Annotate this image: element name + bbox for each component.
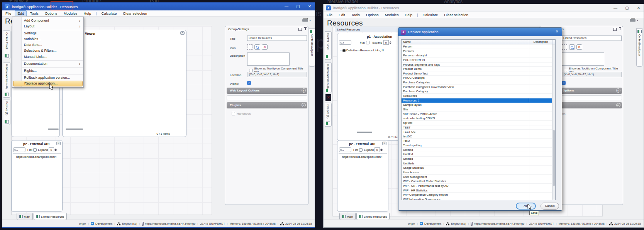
right-titlebar[interactable]: ∧ inorigo® Application Builder - Resourc… — [324, 4, 644, 12]
visible-checkbox[interactable]: ✓ — [562, 81, 566, 85]
flat-checkbox[interactable] — [33, 148, 37, 152]
application-row-purchase-categories[interactable]: Purchase Categories — [402, 80, 552, 85]
menu-item-tools[interactable]: Tools — [27, 10, 41, 16]
sidebar-tab-hidden-members-0[interactable]: Hidden members (0) — [325, 62, 332, 93]
application-row-sort-order-testing-cg-kg[interactable]: sort order testing CG/KG — [402, 116, 552, 121]
maximize-button[interactable]: ▢ — [295, 4, 301, 9]
restore-panel-icon[interactable] — [614, 28, 617, 30]
close-button[interactable]: ✕ — [307, 4, 312, 9]
menu-item-calculate[interactable]: Calculate — [420, 12, 441, 18]
bottom-tab-main[interactable]: Main — [17, 213, 33, 220]
search-input[interactable]: ▾ — [339, 40, 351, 45]
application-row-wip-consultant-radar-statistics[interactable]: WIP - Consultant Radar Statistics — [402, 179, 552, 184]
application-row-product-demo-test[interactable]: Product Demo Test — [402, 71, 552, 76]
print-button[interactable]: ▾ — [302, 18, 311, 22]
restore-panel-icon[interactable] — [299, 28, 302, 30]
application-row-purchase-categories-governance-view[interactable]: Purchase Categories Governance View — [402, 85, 552, 90]
description-input[interactable] — [562, 52, 604, 66]
application-row-usage-statistics[interactable]: Usage Statistics — [402, 166, 552, 170]
dialog-titlebar[interactable]: ∧ Replace application ✕ — [398, 28, 562, 36]
visible-checkbox[interactable]: ✓ — [247, 81, 251, 85]
application-row-trend-spotting[interactable]: Trend spotting — [402, 143, 552, 148]
menu-item-edit[interactable]: Edit — [15, 10, 26, 16]
collapse-chevron-icon[interactable]: « — [302, 88, 306, 93]
pin-icon[interactable] — [305, 28, 306, 30]
print-button[interactable]: ▾ — [630, 18, 638, 22]
menu-item-clear-selection[interactable]: Clear selection — [441, 12, 471, 18]
application-row-wip-information-governance[interactable]: WIP Information Governance — [402, 197, 552, 200]
menu-item-modules[interactable]: Modules — [382, 12, 402, 18]
hscrollbar-thumb[interactable] — [357, 132, 372, 133]
menu-item-file[interactable]: File — [3, 10, 14, 16]
application-row-purchase-category[interactable]: Purchase Category — [402, 89, 552, 94]
application-row-untitled[interactable]: Untitled — [402, 157, 552, 161]
application-row-untitled[interactable]: Untitled — [402, 148, 552, 152]
sidebar-tab-control-panel[interactable]: Control Panel — [3, 30, 10, 59]
column-header-description[interactable]: Description — [529, 40, 552, 44]
collapse-chevron-icon[interactable]: « — [302, 103, 306, 107]
application-row-wip-cr-performance-test-by-ad[interactable]: WIP - CR - Performance test by AD — [402, 184, 552, 188]
application-row-sample-layout[interactable]: Sample layout — [402, 103, 552, 107]
expand-value[interactable]: 0 — [375, 147, 380, 152]
application-row-person[interactable]: Person — [402, 44, 552, 49]
maximize-button[interactable]: ▢ — [624, 5, 630, 10]
menu-item-modules[interactable]: Modules — [61, 10, 80, 16]
application-row-untitleds[interactable]: Untitleds — [402, 161, 552, 166]
menu-item-options[interactable]: Options — [363, 12, 381, 18]
application-row-resources-2[interactable]: Resources 2 — [402, 98, 552, 103]
tree-item-label[interactable]: https://ortelius.sharepoint.com/: — [16, 155, 56, 159]
handbook-checkbox[interactable] — [232, 112, 235, 115]
tree-item-label[interactable]: Definition=Resource Links, N — [346, 49, 384, 52]
expand-stepper[interactable] — [54, 149, 57, 151]
title-input[interactable]: Linked Resources — [562, 36, 622, 41]
panel-close-icon[interactable]: ✕ — [180, 31, 185, 35]
hscrollbar-thumb[interactable] — [66, 129, 83, 130]
application-row-prog-concepts[interactable]: PROG Concepts — [402, 76, 552, 80]
list-scrollbar[interactable] — [552, 44, 555, 200]
application-row-wip-hr-statistics[interactable]: WIP - HR Statistics — [402, 188, 552, 193]
edit-menu-item-settings[interactable]: Settings... — [12, 30, 83, 36]
menu-item-calculate[interactable]: Calculate — [99, 10, 120, 16]
icon-preview-box[interactable] — [562, 44, 567, 50]
application-row-process-segments-and-tags[interactable]: Process Segments and Tags — [402, 63, 552, 67]
icon-clear-button[interactable]: ✕ — [576, 44, 582, 50]
hscrollbar-thumb[interactable] — [48, 129, 59, 130]
left-titlebar[interactable]: ∧ inorigo® Application Builder - Resourc… — [2, 3, 315, 10]
icon-search-button[interactable] — [569, 44, 575, 50]
minimize-button[interactable]: — — [284, 4, 289, 9]
menu-item-file[interactable]: File — [324, 12, 335, 18]
bottom-tab-linked-resources[interactable]: Linked Resources — [34, 213, 67, 220]
application-row-product-demo[interactable]: Product Demo — [402, 67, 552, 71]
application-row-persons[interactable]: Persons — [402, 49, 552, 54]
search-input[interactable]: ▾ — [13, 147, 25, 152]
application-row-pol-export-v1[interactable]: POL EXPORT v1 — [402, 58, 552, 63]
context-navigator-tab[interactable]: Context Navigator — [309, 28, 315, 67]
sidebar-tab-recipes-1[interactable]: Recipes (1) — [3, 100, 10, 125]
application-row-user-access[interactable]: User Access — [402, 170, 552, 175]
edit-menu-item-rollback-application-version[interactable]: Rollback application version... — [12, 75, 83, 81]
search-input[interactable]: ▾ — [339, 147, 351, 152]
web-layout-options-bar[interactable]: Web Layout Options « — [227, 88, 307, 94]
edit-menu-item-documentation[interactable]: Documentation› — [12, 61, 83, 67]
application-row-test[interactable]: TEST — [402, 125, 552, 130]
menu-item-tools[interactable]: Tools — [349, 12, 363, 18]
panel-close-icon[interactable]: ✕ — [56, 142, 61, 145]
expand-value[interactable]: 0 — [383, 40, 389, 45]
icon-clear-button[interactable]: ✕ — [262, 44, 268, 50]
plugins-bar[interactable]: Plugins « — [227, 102, 307, 108]
dialog-close-icon[interactable]: ✕ — [556, 29, 559, 34]
icon-preview-box[interactable] — [247, 44, 253, 50]
bottom-tab-linked-resources[interactable]: Linked Resources — [356, 213, 390, 220]
edit-menu-item-add-component[interactable]: Add Component› — [12, 18, 83, 24]
application-row-user-management[interactable]: User Management — [402, 175, 552, 179]
description-input[interactable] — [247, 52, 290, 66]
column-header-name[interactable]: Name — [402, 40, 529, 44]
flat-checkbox[interactable] — [359, 148, 363, 152]
application-row-testdc[interactable]: testDC — [402, 134, 552, 139]
context-navigator-tab[interactable]: Context Navigator — [636, 28, 642, 67]
application-row-untitled[interactable]: Untitled — [402, 152, 552, 157]
menu-item-options[interactable]: Options — [42, 10, 60, 16]
sidebar-tab-recipes-1[interactable]: Recipes (1) — [325, 103, 332, 127]
collapse-chevron-icon[interactable]: « — [616, 103, 620, 107]
application-row-resources[interactable]: Resources — [402, 94, 552, 98]
